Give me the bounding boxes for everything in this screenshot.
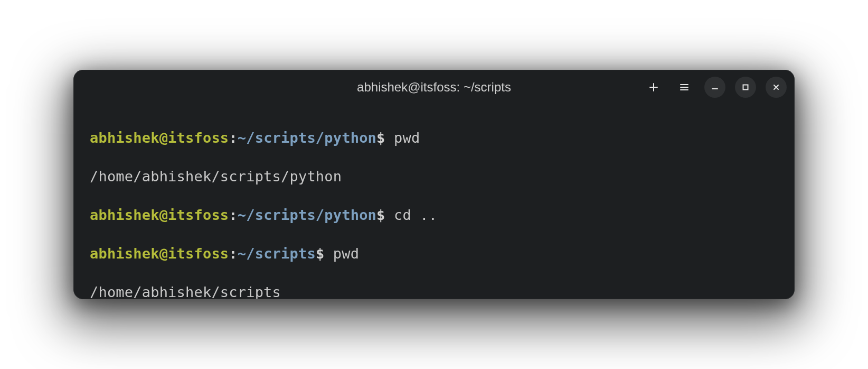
close-button[interactable] — [766, 77, 787, 98]
titlebar: abhishek@itsfoss: ~/scripts — [74, 70, 794, 104]
output-line: /home/abhishek/scripts — [90, 283, 778, 299]
command-text: pwd — [394, 130, 420, 146]
hamburger-icon — [679, 82, 690, 93]
prompt-userhost: abhishek@itsfoss — [90, 245, 229, 262]
prompt-sep: : — [229, 207, 237, 223]
command-text: cd .. — [394, 207, 437, 223]
prompt-sep: : — [229, 130, 237, 146]
prompt-path: ~/scripts — [238, 245, 316, 262]
prompt-dollar: $ — [376, 130, 394, 146]
maximize-button[interactable] — [735, 77, 756, 98]
prompt-dollar: $ — [376, 207, 394, 223]
titlebar-controls — [643, 70, 787, 104]
menu-button[interactable] — [674, 77, 695, 98]
prompt-path: ~/scripts/python — [238, 207, 376, 223]
output-line: /home/abhishek/scripts/python — [90, 167, 778, 186]
prompt-dollar: $ — [316, 245, 333, 262]
command-text: pwd — [333, 245, 359, 262]
terminal-body[interactable]: abhishek@itsfoss:~/scripts/python$ pwd /… — [74, 104, 794, 299]
plus-icon — [648, 82, 659, 93]
minimize-button[interactable] — [704, 77, 725, 98]
prompt-userhost: abhishek@itsfoss — [90, 130, 229, 146]
terminal-line: abhishek@itsfoss:~/scripts/python$ cd .. — [90, 206, 778, 225]
maximize-icon — [741, 83, 750, 91]
prompt-path: ~/scripts/python — [238, 130, 376, 146]
terminal-line: abhishek@itsfoss:~/scripts$ pwd — [90, 244, 778, 263]
window-title: abhishek@itsfoss: ~/scripts — [357, 80, 511, 95]
prompt-sep: : — [229, 245, 237, 262]
new-tab-button[interactable] — [643, 77, 664, 98]
prompt-userhost: abhishek@itsfoss — [90, 207, 229, 223]
svg-rect-0 — [743, 85, 748, 90]
terminal-window: abhishek@itsfoss: ~/scripts — [73, 70, 795, 299]
minimize-icon — [711, 83, 719, 91]
close-icon — [772, 83, 780, 91]
terminal-line: abhishek@itsfoss:~/scripts/python$ pwd — [90, 128, 778, 147]
